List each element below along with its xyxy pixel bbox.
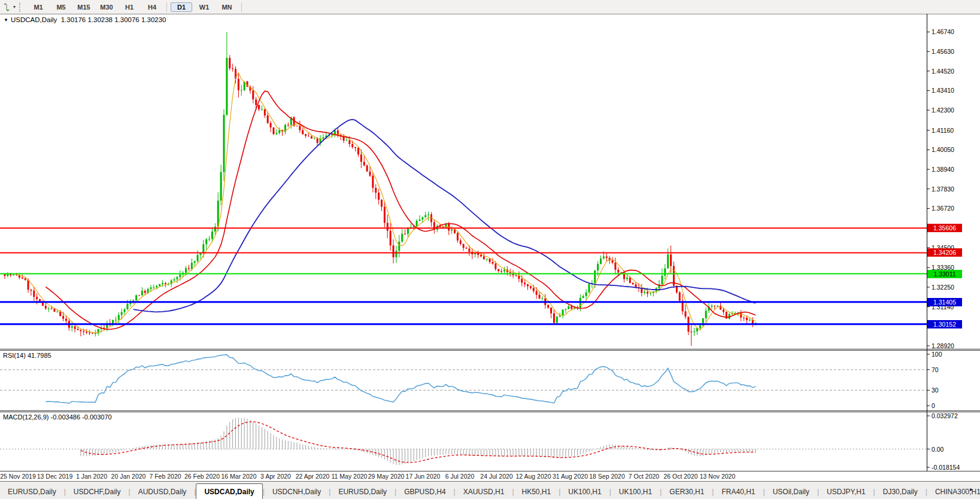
date-axis-label: 26 Feb 2020	[184, 473, 220, 480]
toolbar-grip[interactable]	[19, 2, 25, 12]
tab-scroll-left-icon[interactable]: ◂	[963, 486, 970, 492]
timeframe-button-h1[interactable]: H1	[119, 2, 140, 12]
tab-usdjpy-h1[interactable]: USDJPY,H1	[819, 485, 873, 499]
timeframe-button-m5[interactable]: M5	[50, 2, 72, 12]
tab-hk50-h1[interactable]: HK50,H1	[514, 485, 559, 499]
toolbar-separator	[241, 2, 242, 12]
timeframe-button-m30[interactable]: M30	[96, 2, 117, 12]
timeframe-group: M1M5M15M30H1H4D1W1MN	[27, 2, 245, 12]
timeframe-button-d1[interactable]: D1	[171, 2, 192, 12]
tab-eurusd-daily[interactable]: EURUSD,Daily	[0, 485, 64, 499]
timeframe-button-mn[interactable]: MN	[216, 2, 238, 12]
date-axis-label: 22 Apr 2020	[296, 473, 330, 480]
cursor-tool-caret-icon[interactable]: ▾	[13, 4, 16, 10]
date-axis-label: 26 Oct 2020	[663, 473, 697, 480]
date-axis-label: 13 Nov 2020	[700, 473, 736, 480]
tab-scroll-arrows: ◂▸	[963, 486, 976, 492]
date-axis-label: 13 Dec 2019	[37, 473, 73, 480]
date-axis-label: 7 Oct 2020	[629, 473, 659, 480]
tab-audusd-daily[interactable]: AUDUSD,Daily	[131, 485, 195, 499]
toolbar-separator	[166, 2, 167, 12]
tab-uk100-h1[interactable]: UK100,H1	[611, 485, 660, 499]
rsi-line	[45, 355, 756, 403]
date-axis-label: 31 Aug 2020	[553, 473, 588, 480]
tab-gbpusd-h4[interactable]: GBPUSD,H4	[396, 485, 453, 499]
timeframe-button-w1[interactable]: W1	[193, 2, 215, 12]
cursor-tool-icon[interactable]	[0, 2, 13, 13]
date-axis-label: 3 Apr 2020	[260, 473, 291, 480]
tab-eurusd-daily[interactable]: EURUSD,Daily	[330, 485, 395, 499]
tab-xauusd-h1[interactable]: XAUUSD,H1	[456, 485, 512, 499]
timeframe-toolbar: ▾ M1M5M15M30H1H4D1W1MN	[0, 0, 980, 14]
tab-usdcnh-daily[interactable]: USDCNH,Daily	[265, 485, 329, 499]
date-axis-label: 11 May 2020	[332, 473, 368, 480]
tab-usoil-daily[interactable]: USOil,Daily	[765, 485, 817, 499]
tab-dj30-daily[interactable]: DJ30,Daily	[875, 485, 926, 499]
tab-ger30-h1[interactable]: GER30,H1	[662, 485, 712, 499]
date-axis-label: 29 May 2020	[368, 473, 405, 480]
tab-scroll-right-icon[interactable]: ▸	[970, 486, 976, 492]
timeframe-button-m1[interactable]: M1	[28, 2, 49, 12]
date-axis-label: 18 Sep 2020	[589, 473, 625, 480]
trading-terminal-window: ▾ M1M5M15M30H1H4D1W1MN ▼USDCAD,Daily 1.3…	[0, 0, 980, 499]
chart-canvas[interactable]	[0, 14, 980, 471]
chart-tab-bar: EURUSD,Daily|USDCHF,Daily|AUDUSD,Daily|U…	[0, 481, 980, 499]
tab-usdcad-daily[interactable]: USDCAD,Daily	[196, 483, 262, 499]
macd-histogram	[81, 418, 756, 465]
date-axis-label: 7 Feb 2020	[149, 473, 181, 480]
timeframe-button-h4[interactable]: H4	[141, 2, 163, 12]
date-axis-label: 17 Jun 2020	[406, 473, 441, 480]
date-axis-label: 16 Mar 2020	[222, 473, 257, 480]
tab-fra40-h1[interactable]: FRA40,H1	[714, 485, 763, 499]
date-axis-label: 25 Nov 2019	[0, 473, 36, 480]
timeframe-button-m15[interactable]: M15	[73, 2, 95, 12]
date-axis-label: 6 Jul 2020	[445, 473, 474, 480]
date-axis-label: 1 Jan 2020	[76, 473, 107, 480]
date-axis-label: 24 Jul 2020	[480, 473, 512, 480]
tab-uk100-h1[interactable]: UK100,H1	[560, 485, 609, 499]
chart-svg[interactable]	[0, 14, 980, 471]
date-axis-label: 20 Jan 2020	[111, 473, 146, 480]
tab-usdchf-daily[interactable]: USDCHF,Daily	[66, 485, 129, 499]
date-axis-label: 12 Aug 2020	[516, 473, 551, 480]
